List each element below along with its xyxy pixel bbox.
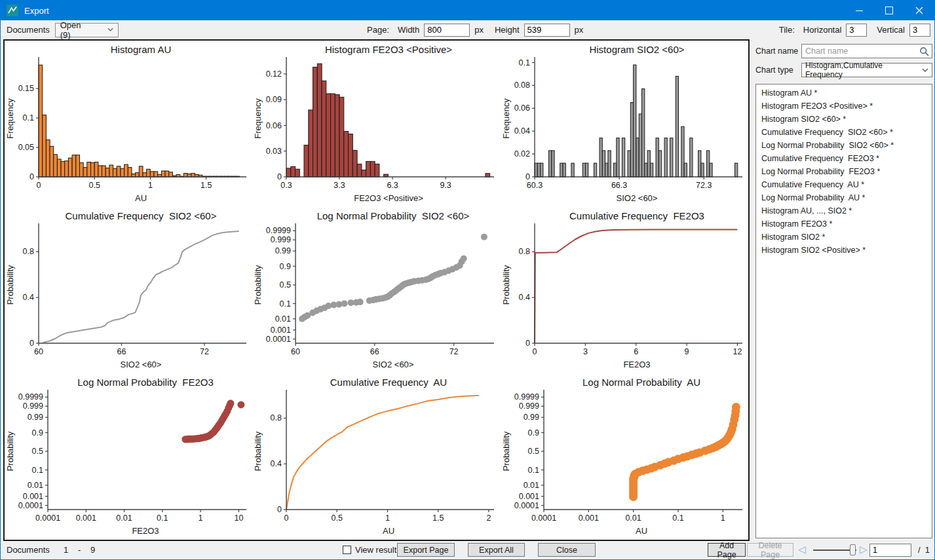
width-unit: px [474, 25, 484, 35]
svg-text:0.12: 0.12 [266, 69, 282, 79]
svg-text:Histogram SIO2 <60>: Histogram SIO2 <60> [589, 44, 684, 55]
svg-text:0.0001: 0.0001 [514, 501, 539, 510]
list-item[interactable]: Histogram AU * [756, 86, 932, 100]
list-item[interactable]: Log Normal Probability SIO2 <60> * [756, 139, 932, 152]
page-number-input[interactable] [869, 544, 911, 557]
svg-text:Probability: Probability [253, 431, 263, 471]
list-item[interactable]: Histogram AU, ..., SIO2 * [756, 204, 932, 217]
svg-text:0.9: 0.9 [527, 428, 539, 438]
documents-dropdown-value: Open (9) [60, 20, 90, 40]
svg-text:Cumulative Frequency FE2O3: Cumulative Frequency FE2O3 [569, 210, 704, 221]
page-label: Page: [367, 25, 389, 35]
list-item[interactable]: Cumulative Frequency SIO2 <60> * [756, 126, 932, 139]
svg-text:FE2O3 <Positive>: FE2O3 <Positive> [354, 193, 424, 203]
tile-vertical-input[interactable] [909, 24, 930, 37]
svg-text:1.5: 1.5 [200, 181, 212, 190]
export-page-button[interactable]: Export Page [397, 543, 455, 557]
search-icon[interactable] [919, 47, 930, 57]
list-item[interactable]: Histogram FE2O3 <Positive> * [756, 100, 932, 113]
svg-text:12: 12 [733, 347, 742, 356]
svg-text:SIO2 <60>: SIO2 <60> [121, 360, 162, 369]
svg-text:0.1: 0.1 [157, 513, 168, 523]
documents-dropdown[interactable]: Open (9) [55, 23, 119, 37]
chart-selector-panel: Chart name Chart type Histogram,Cumulati… [753, 39, 934, 541]
vertical-label: Vertical [877, 25, 905, 35]
svg-text:SIO2 <60>: SIO2 <60> [616, 193, 657, 203]
svg-text:0.999: 0.999 [271, 235, 291, 244]
svg-text:1: 1 [148, 181, 153, 190]
svg-text:0: 0 [29, 339, 34, 348]
close-dialog-button[interactable]: Close [538, 543, 596, 557]
svg-text:1: 1 [720, 513, 725, 523]
svg-text:6: 6 [634, 347, 638, 356]
svg-text:66: 66 [117, 347, 126, 356]
list-item[interactable]: Cumulative Frequency AU * [756, 178, 932, 191]
maximize-button[interactable] [874, 1, 904, 20]
svg-text:FE2O3: FE2O3 [132, 526, 159, 536]
previous-page-icon[interactable]: ◁ [798, 544, 806, 555]
list-item[interactable]: Log Normal Probability FE2O3 * [756, 165, 932, 178]
svg-text:0: 0 [525, 172, 530, 181]
svg-text:Probability: Probability [253, 265, 263, 305]
svg-text:0.001: 0.001 [23, 492, 43, 501]
list-item[interactable]: Histogram SIO2 <60> * [756, 113, 932, 126]
list-item[interactable]: Histogram FE2O3 * [756, 217, 932, 231]
next-page-icon[interactable]: ▷ [860, 544, 868, 555]
svg-text:0.9999: 0.9999 [266, 226, 291, 235]
svg-text:0.04: 0.04 [514, 126, 529, 136]
page-height-input[interactable] [524, 24, 570, 37]
close-icon [915, 7, 923, 14]
export-page-canvas: 00.511.500.050.10.15Histogram AUAUFreque… [3, 39, 750, 541]
svg-text:0.4: 0.4 [271, 459, 282, 468]
svg-text:0.1: 0.1 [672, 513, 683, 523]
add-page-button[interactable]: Add Page [708, 543, 746, 557]
export-all-button[interactable]: Export All [468, 543, 525, 557]
page-slider-thumb[interactable] [850, 544, 856, 555]
window-title: Export [24, 6, 49, 16]
page-width-input[interactable] [424, 24, 470, 37]
minimize-button[interactable] [844, 1, 874, 20]
chevron-down-icon [107, 28, 113, 32]
svg-text:0.1: 0.1 [518, 58, 529, 67]
chart-type-dropdown[interactable]: Histogram,Cumulative Frequency [801, 63, 932, 77]
svg-text:0.4: 0.4 [23, 293, 34, 302]
svg-text:60: 60 [291, 347, 300, 356]
svg-text:0: 0 [277, 172, 282, 181]
chart-cell-1: 00.511.500.050.10.15Histogram AUAUFreque… [5, 41, 252, 207]
svg-text:0.99: 0.99 [28, 413, 43, 422]
chevron-down-icon [922, 68, 928, 73]
svg-text:0.06: 0.06 [266, 121, 282, 130]
svg-text:0.5: 0.5 [527, 447, 539, 456]
svg-text:0: 0 [29, 172, 34, 181]
chart-type-value: Histogram,Cumulative Frequency [805, 61, 922, 79]
chart-name-input[interactable] [802, 45, 924, 58]
svg-text:0.001: 0.001 [578, 513, 598, 523]
svg-text:0.001: 0.001 [518, 492, 539, 501]
svg-text:0.01: 0.01 [28, 481, 43, 490]
svg-text:0.001: 0.001 [76, 513, 96, 523]
svg-text:0.03: 0.03 [266, 147, 282, 156]
svg-text:SIO2 <60>: SIO2 <60> [373, 360, 414, 369]
list-item[interactable]: Histogram SIO2 <Positive> * [756, 244, 932, 257]
svg-text:0.4: 0.4 [518, 293, 529, 302]
close-button[interactable] [904, 1, 934, 20]
svg-text:72: 72 [449, 347, 459, 356]
svg-text:66: 66 [370, 347, 379, 356]
svg-text:0.01: 0.01 [523, 481, 539, 490]
svg-text:0.9: 0.9 [32, 428, 43, 438]
list-item[interactable]: Log Normal Probability AU * [756, 191, 932, 204]
svg-text:Cumulative Frequency SIO2 <60: Cumulative Frequency SIO2 <60> [66, 210, 217, 221]
svg-text:Probability: Probability [501, 265, 511, 305]
list-item[interactable]: Histogram SIO2 * [756, 231, 932, 244]
svg-text:AU: AU [383, 526, 394, 536]
svg-text:0.01: 0.01 [116, 513, 132, 523]
tile-horizontal-input[interactable] [846, 24, 867, 37]
chart-type-label: Chart type [755, 65, 801, 75]
svg-text:0.5: 0.5 [332, 513, 343, 523]
view-result-checkbox[interactable] [343, 546, 351, 554]
svg-text:72: 72 [200, 347, 209, 356]
statusbar: Documents 1 - 9 View result Export Page … [1, 541, 934, 559]
svg-text:Log Normal Probability SIO2 <: Log Normal Probability SIO2 <60> [317, 210, 470, 221]
list-item[interactable]: Cumulative Frequency FE2O3 * [756, 152, 932, 165]
documents-range-separator: - [78, 545, 81, 555]
